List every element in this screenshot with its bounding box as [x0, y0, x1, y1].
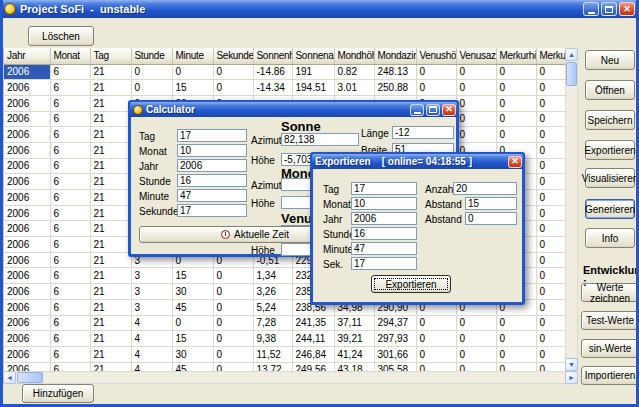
minimize-button[interactable] — [583, 2, 599, 16]
scroll-down-icon[interactable]: ▼ — [565, 358, 578, 371]
cell[interactable]: 6 — [50, 331, 90, 347]
cell[interactable]: 0 — [456, 127, 496, 143]
cell[interactable]: 0 — [496, 362, 536, 371]
cell[interactable]: 248.13 — [374, 64, 416, 80]
cell[interactable]: 6 — [50, 127, 90, 143]
export-abstandmin-input[interactable] — [465, 197, 517, 210]
export-anzahl-input[interactable] — [453, 182, 517, 195]
cell[interactable]: 6 — [50, 95, 90, 111]
cell[interactable]: 6 — [50, 315, 90, 331]
cell[interactable]: 21 — [90, 315, 131, 331]
cell[interactable]: 6 — [50, 158, 90, 174]
cell[interactable]: 0 — [536, 64, 565, 80]
cell[interactable]: 194.51 — [292, 80, 334, 96]
selected-cell[interactable]: 2006 — [4, 64, 50, 80]
cell[interactable]: 0 — [213, 331, 253, 347]
column-header[interactable]: Tag — [90, 48, 131, 64]
cell[interactable]: 0 — [536, 127, 565, 143]
cell[interactable]: 2006 — [4, 190, 50, 206]
cell[interactable]: 21 — [90, 142, 131, 158]
cell[interactable]: 2006 — [4, 362, 50, 371]
cell[interactable]: 2006 — [4, 299, 50, 315]
cell[interactable]: 0 — [536, 190, 565, 206]
cell[interactable]: 0 — [213, 299, 253, 315]
cell[interactable]: 45 — [172, 299, 213, 315]
cell[interactable]: 0 — [416, 64, 456, 80]
calc-minute-input[interactable] — [177, 189, 247, 202]
cell[interactable]: 0 — [496, 127, 536, 143]
calculator-maximize-button[interactable] — [426, 104, 440, 116]
exportieren-titlebar[interactable]: Exportieren [ online= 04:18:55 ] ✕ — [312, 154, 523, 169]
cell[interactable]: 0 — [536, 299, 565, 315]
cell[interactable]: 0 — [536, 284, 565, 300]
column-header[interactable]: Merkurazimut — [536, 48, 565, 64]
export-stunde-input[interactable] — [351, 227, 417, 240]
cell[interactable]: 0 — [456, 80, 496, 96]
cell[interactable]: 3,26 — [253, 284, 292, 300]
cell[interactable]: 2006 — [4, 127, 50, 143]
calculator-close-button[interactable]: ✕ — [442, 104, 456, 116]
cell[interactable]: 21 — [90, 127, 131, 143]
cell[interactable]: 6 — [50, 252, 90, 268]
cell[interactable]: 6 — [50, 268, 90, 284]
cell[interactable]: 2006 — [4, 268, 50, 284]
cell[interactable]: 6 — [50, 346, 90, 362]
column-header[interactable]: Jahr — [4, 48, 50, 64]
cell[interactable]: 0 — [416, 80, 456, 96]
cell[interactable]: 3 — [131, 299, 172, 315]
cell[interactable]: 21 — [90, 221, 131, 237]
horizontal-scrollbar[interactable]: ◄ ► — [3, 371, 578, 384]
cell[interactable]: 6 — [50, 111, 90, 127]
cell[interactable]: 21 — [90, 111, 131, 127]
calc-sekunde-input[interactable] — [177, 204, 247, 217]
cell[interactable]: 2006 — [4, 252, 50, 268]
cell[interactable]: 6 — [50, 174, 90, 190]
cell[interactable]: 21 — [90, 268, 131, 284]
calc-stunde-input[interactable] — [177, 174, 247, 187]
cell[interactable]: 0 — [536, 237, 565, 253]
cell[interactable]: 0 — [213, 80, 253, 96]
export-tag-input[interactable] — [351, 182, 417, 195]
cell[interactable]: 0 — [172, 315, 213, 331]
cell[interactable]: 0 — [536, 346, 565, 362]
vertical-scrollbar[interactable]: ▲ ▼ — [565, 48, 578, 371]
cell[interactable]: 0.82 — [334, 64, 374, 80]
cell[interactable]: 0 — [456, 64, 496, 80]
cell[interactable]: 0 — [536, 252, 565, 268]
laenge-input[interactable] — [392, 126, 454, 139]
cell[interactable]: 6 — [50, 299, 90, 315]
cell[interactable]: 2006 — [4, 174, 50, 190]
cell[interactable]: 2006 — [4, 237, 50, 253]
close-button[interactable]: ✕ — [619, 2, 635, 16]
cell[interactable]: 21 — [90, 205, 131, 221]
dev-button-testwerte[interactable]: Test-Werte — [581, 311, 639, 330]
cell[interactable]: 4 — [131, 331, 172, 347]
cell[interactable]: 0 — [172, 64, 213, 80]
cell[interactable]: 11,52 — [253, 346, 292, 362]
cell[interactable]: 43,18 — [334, 362, 374, 371]
cell[interactable]: 0 — [416, 331, 456, 347]
cell[interactable]: 6 — [50, 64, 90, 80]
cell[interactable]: 0 — [213, 284, 253, 300]
cell[interactable]: 0 — [496, 64, 536, 80]
cell[interactable]: 2006 — [4, 142, 50, 158]
cell[interactable]: 0 — [496, 331, 536, 347]
cell[interactable]: 0 — [213, 64, 253, 80]
export-minute-input[interactable] — [351, 242, 417, 255]
calculator-minimize-button[interactable] — [410, 104, 424, 116]
export-abstandsek-input[interactable] — [465, 212, 517, 225]
cell[interactable]: 6 — [50, 221, 90, 237]
cell[interactable]: 0 — [536, 315, 565, 331]
cell[interactable]: 249,56 — [292, 362, 334, 371]
window-titlebar[interactable]: Project SoFi - unstable ✕ — [0, 0, 639, 18]
exportieren-close-button[interactable]: ✕ — [508, 156, 522, 168]
cell[interactable]: 0 — [496, 346, 536, 362]
cell[interactable]: 297,93 — [374, 331, 416, 347]
scroll-left-icon[interactable]: ◄ — [3, 371, 16, 384]
cell[interactable]: 2006 — [4, 284, 50, 300]
cell[interactable]: 0 — [536, 268, 565, 284]
cell[interactable]: 0 — [536, 80, 565, 96]
cell[interactable]: 2006 — [4, 221, 50, 237]
cell[interactable]: 2006 — [4, 158, 50, 174]
column-header[interactable]: Mondazimut — [374, 48, 416, 64]
